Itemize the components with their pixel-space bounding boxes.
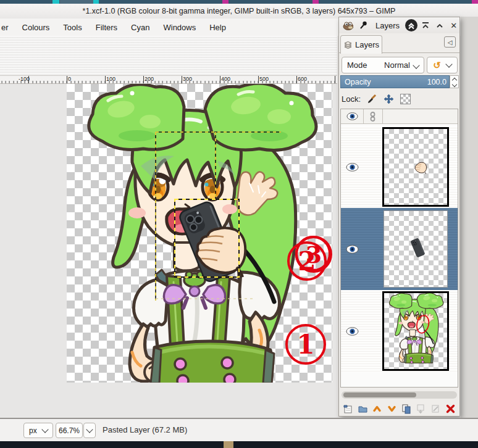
visibility-toggle[interactable] [341, 327, 363, 336]
scrollbar-thumb[interactable] [343, 392, 416, 397]
window-title: *1.xcf-1.0 (RGB colour 8-bit gamma integ… [83, 7, 396, 15]
annotation-number: 3 [306, 241, 322, 268]
image-tab-strip: ✕ [0, 36, 337, 75]
dock-tab-row: Layers ◁ [339, 33, 459, 53]
zoom-dropdown-button[interactable] [83, 423, 96, 438]
layer-list-header [341, 109, 458, 124]
ruler-label: 500 [259, 76, 269, 82]
opacity-spinner[interactable] [450, 75, 459, 88]
gimp-window: { "title_bar": { "title": "*1.xcf-1.0 (R… [0, 0, 478, 448]
visibility-toggle[interactable] [341, 163, 363, 172]
layer-row-character[interactable] [341, 290, 458, 372]
layer-thumbnail-phone[interactable] [384, 210, 448, 288]
ruler-label: 100 [106, 76, 115, 82]
layer-row-hand[interactable] [341, 126, 458, 208]
layer-list-scrollbar[interactable] [342, 391, 457, 399]
lower-layer-button[interactable] [385, 402, 399, 415]
layers-stack-icon [343, 40, 353, 49]
zoom-input[interactable]: 66.7% [56, 423, 83, 438]
menu-item-help[interactable]: Help [203, 20, 233, 35]
desktop-gutter [461, 17, 478, 418]
canvas-area[interactable]: 2 [0, 84, 337, 418]
menu-item-tools[interactable]: Tools [56, 20, 88, 35]
menu-item-filters[interactable]: Filters [89, 20, 124, 35]
expand-all-icon[interactable] [405, 19, 417, 32]
taskbar-accent [224, 441, 233, 448]
pin-icon[interactable] [358, 20, 367, 30]
menu-item-layer-partial[interactable]: er [0, 20, 15, 35]
opacity-label: Opacity [345, 78, 371, 86]
new-layer-group-button[interactable] [356, 402, 369, 415]
reset-icon: ↺ [433, 60, 441, 71]
close-button[interactable]: ✕ [448, 19, 459, 31]
menu-item-cyan[interactable]: Cyan [124, 20, 156, 35]
layer-list [340, 109, 458, 388]
duplicate-layer-button[interactable] [400, 402, 413, 415]
chevron-down-icon [86, 426, 93, 433]
tab-layers-label: Layers [355, 40, 379, 49]
layers-toolbar [340, 401, 458, 416]
chevron-down-icon [413, 62, 419, 68]
unit-dropdown[interactable]: px [23, 423, 53, 438]
layer-thumbnail-character[interactable] [382, 291, 449, 371]
layer-thumbnail-hand[interactable] [382, 127, 449, 207]
opacity-value: 100.0 [427, 78, 447, 86]
layers-dialog-titlebar[interactable]: Layers ✕ [339, 17, 459, 33]
unit-value: px [29, 426, 37, 435]
ruler-label: 400 [221, 76, 230, 82]
raise-layer-button[interactable] [371, 402, 384, 415]
opacity-slider[interactable]: Opacity 100.0 [340, 75, 450, 88]
layers-dialog[interactable]: Layers ✕ Layers ◁ Mode Normal ↺ [338, 17, 460, 417]
tab-menu-button[interactable]: ◁ [444, 36, 456, 48]
ruler-label: 600 [298, 76, 307, 82]
collapse-button[interactable] [434, 19, 445, 31]
lock-pixels-brush-icon[interactable] [367, 94, 377, 104]
mode-options-button[interactable]: ↺ [427, 57, 458, 73]
mode-dropdown[interactable]: Mode Normal [342, 57, 424, 73]
new-layer-button[interactable] [342, 402, 355, 415]
lock-row: Lock: [342, 92, 458, 106]
horizontal-ruler[interactable]: -100 0 100 200 300 400 500 600 [0, 75, 337, 84]
status-bar: px 66.7% Pasted Layer (67.2 MB) [0, 419, 478, 441]
lock-alpha-icon[interactable] [400, 94, 411, 104]
annotation-circle-3: 3 [295, 236, 332, 273]
lock-label: Lock: [342, 94, 361, 104]
visibility-column-icon [346, 112, 358, 120]
wilber-icon [343, 20, 353, 30]
delete-layer-button[interactable] [443, 402, 457, 415]
tab-layers[interactable]: Layers [340, 35, 382, 54]
menu-item-colours[interactable]: Colours [15, 20, 57, 35]
menu-item-windows[interactable]: Windows [156, 20, 203, 35]
ruler-label: 300 [183, 76, 192, 82]
mode-label: Mode [347, 60, 367, 70]
zoom-value: 66.7% [59, 426, 80, 435]
external-taskbar-edge [0, 441, 478, 448]
ruler-label: -100 [19, 76, 30, 82]
spin-down-icon [451, 81, 456, 86]
layers-dialog-title: Layers [375, 21, 400, 30]
annotation-number: 1 [296, 330, 314, 360]
status-message: Pasted Layer (67.2 MB) [103, 425, 187, 434]
visibility-toggle[interactable] [341, 245, 363, 254]
chain-column-icon [369, 112, 377, 122]
ruler-label: 200 [145, 76, 154, 82]
add-mask-button[interactable] [429, 402, 443, 415]
lock-position-move-icon[interactable] [384, 94, 394, 104]
merge-down-button[interactable] [414, 402, 428, 415]
chevron-down-icon [445, 60, 452, 67]
layer-row-phone-selected[interactable] [341, 208, 458, 290]
shade-button[interactable] [420, 19, 432, 31]
annotation-circle-1: 1 [285, 324, 326, 365]
ruler-label: 0 [68, 76, 71, 82]
mode-value: Normal [384, 60, 410, 70]
chevron-down-icon [41, 426, 48, 433]
